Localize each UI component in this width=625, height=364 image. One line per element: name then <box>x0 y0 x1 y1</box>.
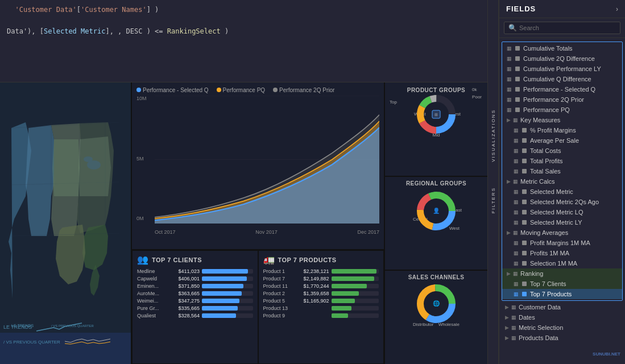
field-label: Selection 1M MA <box>530 260 577 267</box>
table-row: AuroMe... $363,665 <box>137 291 253 296</box>
field-item-selected-metric-2qs[interactable]: ▦ Selected Metric 2Qs Ago <box>502 197 622 207</box>
field-item-cumulative-totals[interactable]: ▦ Cumulative Totals <box>502 43 622 53</box>
trend-chart-svg <box>155 96 379 224</box>
group-expand-icon: ▶ <box>505 325 509 330</box>
table-row: Product 5 $1,165,902 <box>263 298 379 304</box>
field-item-selection-1m[interactable]: ▦ Selection 1M MA <box>502 258 622 268</box>
field-icon-small <box>522 282 527 286</box>
field-group-ranking[interactable]: ▶ ▦ Ranking <box>502 268 622 279</box>
field-label: Selected Metric LQ <box>530 209 583 216</box>
svg-text:👤: 👤 <box>433 207 440 214</box>
field-icon: ▦ <box>514 127 519 133</box>
clients-icon: 👥 <box>137 254 148 265</box>
field-icon: ▦ <box>507 56 512 61</box>
field-item-performance-2q-prior[interactable]: ▦ Performance 2Q Prior <box>502 94 622 105</box>
fields-header: FIELDS › <box>499 0 625 18</box>
code-line-1: 'Customer Data'['Customer Names'] ) <box>7 5 481 15</box>
side-tabs: VISUALIZATIONS FILTERS <box>487 0 499 364</box>
fields-title: FIELDS <box>506 5 536 13</box>
sales-channels-donut: 🌐 <box>416 284 456 324</box>
field-item-cumulative-q-diff[interactable]: ▦ Cumulative Q Difference <box>502 74 622 84</box>
field-item-performance-selected-q[interactable]: ▦ Performance - Selected Q <box>502 84 622 94</box>
fields-search-input[interactable] <box>504 22 620 34</box>
bottom-tables-panel: 👥 TOP 7 CLIENTS Medline $411,023 Capweld… <box>132 250 384 364</box>
field-icon: ▦ <box>514 250 519 256</box>
visualizations-tab[interactable]: VISUALIZATIONS <box>489 102 498 169</box>
field-item-performance-pq[interactable]: ▦ Performance PQ <box>502 105 622 115</box>
field-label: Total Sales <box>530 168 561 175</box>
table-row: Product 1 $2,238,121 <box>263 268 379 274</box>
field-group-metric-selection[interactable]: ▶ ▦ Metric Selection <box>499 322 625 333</box>
fields-list[interactable]: ▦ Cumulative Totals ▦ Cumulative 2Q Diff… <box>499 38 625 364</box>
group-expand-icon: ▶ <box>507 117 511 123</box>
field-label: Performance - Selected Q <box>523 86 595 93</box>
field-icon: ▦ <box>513 179 518 184</box>
clients-table: Medline $411,023 Capweld $406,001 Eminen… <box>137 268 253 318</box>
field-icon-small <box>515 107 520 112</box>
field-item-total-costs[interactable]: ▦ Total Costs <box>502 146 622 156</box>
field-icon-small <box>522 189 527 194</box>
field-label: Dates <box>519 314 535 321</box>
field-icon: ▦ <box>514 281 519 287</box>
regional-groups-title: REGIONAL GROUPS <box>406 180 466 187</box>
field-icon-small <box>515 77 520 81</box>
field-item-selected-metric-lq[interactable]: ▦ Selected Metric LQ <box>502 207 622 217</box>
field-item-total-sales[interactable]: ▦ Total Sales <box>502 166 622 176</box>
vs-prev-quarter-label: VS PREVIOUS QUARTER <box>6 340 60 345</box>
table-row: Eminen... $371,850 <box>137 283 253 289</box>
field-item-cumulative-perf-ly[interactable]: ▦ Cumulative Performance LY <box>502 64 622 74</box>
field-label: Profits 1M MA <box>530 250 569 257</box>
field-group-key-measures[interactable]: ▶ ▦ Key Measures <box>502 115 622 125</box>
field-group-products-data[interactable]: ▶ ▦ Products Data <box>499 333 625 343</box>
group-expand-icon: ▶ <box>505 315 509 320</box>
field-label: Top 7 Clients <box>530 280 566 287</box>
filters-tab[interactable]: FILTERS <box>489 180 498 220</box>
field-group-dates[interactable]: ▶ ▦ Dates <box>499 312 625 322</box>
field-icon: ▦ <box>507 86 512 92</box>
field-icon: ▦ <box>514 168 519 174</box>
field-item-selected-metric[interactable]: ▦ Selected Metric <box>502 187 622 197</box>
field-icon: ▦ <box>514 240 519 246</box>
group-expand-icon: ▶ <box>507 271 511 276</box>
field-item-cumulative-2q-diff[interactable]: ▦ Cumulative 2Q Difference <box>502 53 622 64</box>
products-table: Product 1 $2,238,121 Product 7 $2,149,88… <box>263 268 379 318</box>
field-item-total-profits[interactable]: ▦ Total Profits <box>502 156 622 166</box>
field-group-customer-data[interactable]: ▶ ▦ Customer Data <box>499 302 625 312</box>
table-row: Medline $411,023 <box>137 268 253 274</box>
field-icon: ▦ <box>514 291 519 297</box>
field-label: Ranking <box>520 270 543 277</box>
field-icon-small <box>522 220 527 225</box>
fields-expand-icon[interactable]: › <box>616 5 618 13</box>
map-svg: LE TRENDS / VS PREVIOUS QUARTER <box>0 82 131 333</box>
field-label: Customer Data <box>519 304 561 311</box>
field-icon: ▦ <box>511 335 516 341</box>
field-item-profit-margins-1m[interactable]: ▦ Profit Margins 1M MA <box>502 238 622 248</box>
fields-search: 🔍 <box>499 18 625 38</box>
top-products-title: TOP 7 PRODUCTS <box>278 257 337 263</box>
field-group-metric-calcs[interactable]: ▶ ▦ Metric Calcs <box>502 176 622 187</box>
field-label: Cumulative Performance LY <box>523 65 601 72</box>
field-item-average-per-sale[interactable]: ▦ Average Per Sale <box>502 135 622 146</box>
field-icon-small <box>522 169 527 173</box>
field-item-profits-1m[interactable]: ▦ Profits 1M MA <box>502 248 622 258</box>
field-label: Total Costs <box>530 147 561 154</box>
field-item-top-7-clients[interactable]: ▦ Top 7 Clients <box>502 279 622 289</box>
field-label: Selected Metric 2Qs Ago <box>530 198 599 205</box>
field-icon: ▦ <box>513 230 518 235</box>
field-icon-small <box>522 292 527 296</box>
field-icon-small <box>515 46 520 51</box>
legend-2q-prior: Performance 2Q Prior <box>273 87 334 93</box>
svg-text:⊞: ⊞ <box>434 113 438 117</box>
product-groups-panel: 0k Poor Top PRODUCT GROUPS Worst Best Mi… <box>385 82 487 176</box>
field-icon: ▦ <box>513 117 518 123</box>
sales-channels-panel: SALES CHANNELS Export Distributor Wholes… <box>385 271 487 364</box>
field-item-pct-profit-margins[interactable]: ▦ % Profit Margins <box>502 125 622 135</box>
field-icon: ▦ <box>507 66 512 72</box>
field-item-top-7-products[interactable]: ▦ Top 7 Products <box>502 289 622 299</box>
field-group-moving-averages[interactable]: ▶ ▦ Moving Averages <box>502 228 622 238</box>
fields-selected-group: ▦ Cumulative Totals ▦ Cumulative 2Q Diff… <box>502 42 623 301</box>
field-label: Profit Margins 1M MA <box>530 239 590 246</box>
field-label: Total Profits <box>530 158 562 164</box>
field-icon: ▦ <box>514 148 519 154</box>
field-item-selected-metric-ly[interactable]: ▦ Selected Metric LY <box>502 217 622 228</box>
